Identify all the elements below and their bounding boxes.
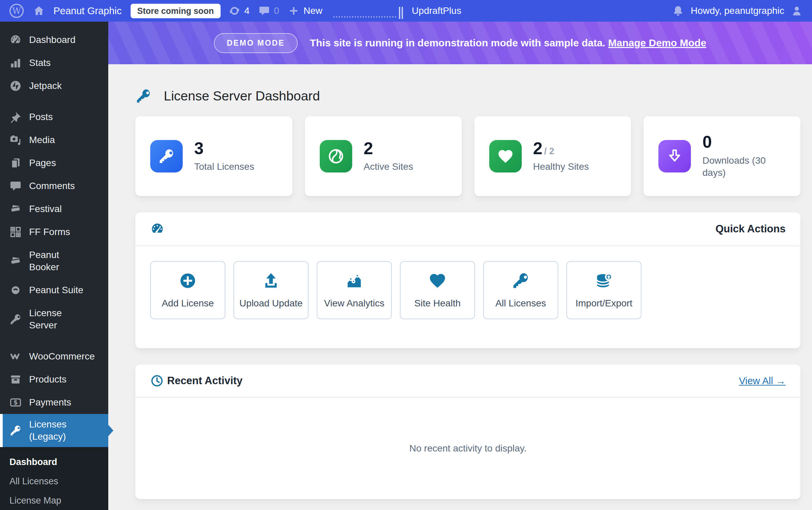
speech-bubble-icon [9, 180, 22, 192]
sidebar-item-jetpack[interactable]: Jetpack [0, 74, 108, 97]
sidebar-item-label: Pages [29, 157, 56, 169]
upload-update-button[interactable]: Upload Update [233, 261, 309, 319]
submenu-item-all-licenses[interactable]: All Licenses [0, 472, 108, 491]
sidebar-item-woocommerce[interactable]: WooCommerce [0, 345, 108, 368]
demo-mode-pill: DEMO MODE [214, 33, 297, 53]
stat-label: Healthy Sites [533, 161, 589, 173]
admin-sidebar: Dashboard Stats Jetpack Posts Media Page… [0, 22, 108, 510]
submenu-item-dashboard[interactable]: Dashboard [0, 453, 108, 472]
checkbox-grid-icon [9, 226, 22, 238]
stat-value: 2 [533, 139, 543, 158]
camera-music-icon [9, 134, 22, 146]
demo-mode-text: This site is running in demonstration mo… [310, 37, 605, 48]
jetpack-icon [9, 80, 22, 92]
site-name-link[interactable]: Peanut Graphic [53, 5, 122, 17]
import-export-button[interactable]: Import/Export [566, 261, 641, 319]
manage-demo-mode-link[interactable]: Manage Demo Mode [608, 37, 706, 48]
all-licenses-button[interactable]: All Licenses [483, 261, 558, 319]
admin-bar: Peanut Graphic Store coming soon 4 0 New… [0, 0, 812, 22]
comments-count: 0 [274, 5, 279, 16]
upload-icon [262, 272, 280, 290]
updates-menu[interactable]: 4 [229, 5, 250, 17]
sidebar-item-label: Comments [29, 180, 75, 192]
updraftplus-menu[interactable]: UpdraftPlus [412, 5, 461, 16]
submenu-item-license-map[interactable]: License Map [0, 491, 108, 510]
clock-icon [150, 374, 164, 388]
sidebar-item-pages[interactable]: Pages [0, 152, 108, 175]
woo-icon [9, 350, 22, 363]
bar-chart-icon [9, 57, 22, 69]
sidebar-item-label: Media [29, 134, 55, 146]
bell-icon[interactable] [672, 5, 684, 17]
stat-label: Total Licenses [194, 161, 254, 173]
plus-circle-icon [179, 272, 197, 290]
key-icon [512, 272, 530, 290]
sidebar-item-products[interactable]: Products [0, 368, 108, 391]
stat-label: Active Sites [364, 161, 413, 173]
stat-cards-row: 3 Total Licenses 2 Active Sites 2/ 2 Hea… [135, 116, 800, 196]
sidebar-item-label: FF Forms [29, 226, 70, 238]
key-icon [135, 88, 152, 104]
stacked-pages-icon [9, 157, 22, 169]
home-icon[interactable] [33, 5, 45, 17]
stat-value: 0 [702, 133, 712, 152]
sidebar-item-ff-forms[interactable]: FF Forms [0, 221, 108, 244]
sidebar-item-comments[interactable]: Comments [0, 175, 108, 198]
sidebar-item-stats[interactable]: Stats [0, 51, 108, 74]
heart-icon [428, 272, 447, 290]
sidebar-item-label: Posts [29, 111, 53, 123]
sidebar-item-label: Products [29, 373, 67, 386]
heart-icon [489, 140, 522, 172]
money-icon [9, 396, 22, 409]
quick-action-label: All Licenses [495, 298, 546, 309]
key-icon [9, 313, 22, 325]
add-license-button[interactable]: Add License [150, 261, 225, 319]
stat-suffix: / 2 [544, 146, 554, 156]
sidebar-item-label: Peanut Suite [29, 284, 83, 296]
sidebar-item-label: WooCommerce [29, 350, 95, 363]
sidebar-item-dashboard[interactable]: Dashboard [0, 28, 108, 51]
sidebar-item-license-server[interactable]: License Server [0, 302, 108, 337]
view-all-link[interactable]: View All → [739, 375, 786, 387]
site-health-button[interactable]: Site Health [400, 261, 475, 319]
plus-icon [288, 5, 299, 17]
sidebar-item-media[interactable]: Media [0, 129, 108, 152]
sidebar-item-peanut-suite[interactable]: Peanut Suite [0, 279, 108, 302]
licenses-submenu: Dashboard All Licenses License Map Add N… [0, 447, 108, 510]
sidebar-item-posts[interactable]: Posts [0, 106, 108, 129]
quick-action-label: Import/Export [576, 298, 632, 309]
gauge-icon [9, 34, 22, 46]
dotted-line [333, 16, 396, 18]
new-menu[interactable]: New [288, 5, 322, 17]
sidebar-item-label: Stats [29, 57, 51, 69]
comments-menu[interactable]: 0 [258, 5, 279, 17]
sidebar-item-licenses-legacy[interactable]: Licenses (Legacy) [0, 414, 108, 447]
sidebar-item-label: Licenses (Legacy) [29, 418, 87, 443]
area-chart-icon [345, 272, 363, 290]
howdy-account-link[interactable]: Howdy, peanutgraphic [691, 5, 784, 16]
quick-action-label: Upload Update [240, 298, 303, 309]
stat-card-active-sites: 2 Active Sites [305, 116, 462, 196]
empty-state-text: No recent activity to display. [409, 443, 527, 454]
sidebar-item-festival[interactable]: Festival [0, 198, 108, 221]
recent-activity-title: Recent Activity [167, 375, 243, 387]
quick-action-label: Add License [162, 298, 214, 309]
store-coming-soon-badge[interactable]: Store coming soon [131, 4, 221, 18]
sidebar-item-peanut-booker[interactable]: Peanut Booker [0, 244, 108, 279]
sidebar-item-label: Festival [29, 203, 62, 215]
download-icon [658, 140, 691, 172]
quick-actions-title: Quick Actions [716, 223, 786, 235]
avatar[interactable] [791, 5, 803, 17]
sidebar-item-payments[interactable]: Payments [0, 391, 108, 414]
sidebar-item-label: Jetpack [29, 80, 62, 92]
demo-mode-banner: DEMO MODE This site is running in demons… [108, 22, 812, 64]
progress-placeholder [333, 3, 403, 19]
sidebar-item-label: Dashboard [29, 34, 75, 46]
quick-action-label: Site Health [414, 298, 461, 309]
globe-icon [320, 140, 352, 172]
view-analytics-button[interactable]: View Analytics [317, 261, 392, 319]
double-bar [399, 7, 403, 19]
stat-value: 3 [194, 139, 204, 158]
wordpress-logo-icon[interactable] [9, 3, 24, 19]
demo-mode-message: This site is running in demonstration mo… [310, 37, 706, 49]
